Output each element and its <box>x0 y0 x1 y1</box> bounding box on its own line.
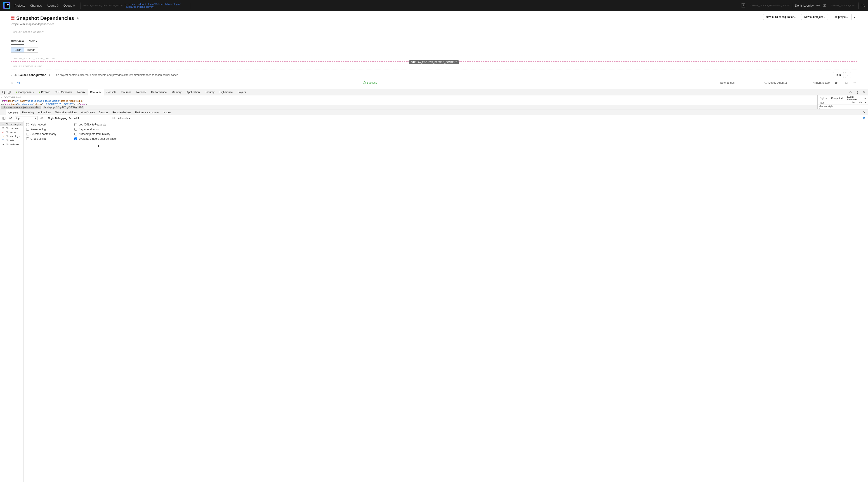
console-sidebar-info[interactable]: ⓘNo info <box>0 138 23 143</box>
tab-more[interactable]: More▾ <box>29 39 37 44</box>
nav-queue[interactable]: Queue0 <box>64 4 75 7</box>
run-button[interactable]: Run <box>833 72 844 78</box>
dom-html[interactable]: <html lang="en" class="ua-js ua-mac js-f… <box>1 99 816 103</box>
inspect-element-icon[interactable] <box>1 90 6 95</box>
devtools-menu-icon[interactable]: ⋮ <box>855 90 860 95</box>
styles-tab-styles[interactable]: Styles <box>817 95 829 100</box>
admin-gear-icon[interactable] <box>816 4 820 7</box>
drawer-tab-issues[interactable]: Issues <box>161 110 173 115</box>
build-agent[interactable]: Debug-Agent-2 <box>765 81 810 84</box>
favorite-star-icon[interactable]: ★ <box>76 16 79 21</box>
devtools-settings-icon[interactable]: ⚙ <box>848 90 853 95</box>
checkbox[interactable] <box>26 133 29 135</box>
subtab-trends[interactable]: Trends <box>24 47 38 53</box>
console-setting-autocomplete-from-history[interactable]: Autocomplete from history <box>74 132 117 135</box>
console-sidebar-err[interactable]: ⊘No errors <box>0 130 23 134</box>
styles-tab-event-listeners[interactable]: Event Listeners <box>845 95 862 100</box>
config-name[interactable]: Paused configuration <box>19 73 46 77</box>
new-subproject-button[interactable]: New subproject... <box>801 14 828 20</box>
devtools-tab-elements[interactable]: Elements <box>88 89 104 95</box>
header-user-menu[interactable]: Denis Lesnik▾ <box>795 4 813 7</box>
devtools-tab-redux[interactable]: Redux <box>75 89 88 95</box>
build-number[interactable]: #3 <box>17 81 20 84</box>
console-settings-icon[interactable]: ⚙ <box>862 116 867 121</box>
devtools-tab-security[interactable]: Security <box>203 89 217 95</box>
console-sidebar-bug[interactable]: ✱No verbose <box>0 143 23 147</box>
edit-project-dropdown[interactable]: ⌄ <box>851 14 857 20</box>
console-setting-log-xmlhttprequests[interactable]: Log XMLHttpRequests <box>74 123 117 126</box>
console-context-selector[interactable]: top▼ <box>15 116 37 120</box>
console-setting-evaluate-triggers-user-activation[interactable]: Evaluate triggers user activation <box>74 137 117 141</box>
checkbox[interactable] <box>74 128 77 131</box>
clear-filter-icon[interactable]: ⓧ <box>112 116 115 120</box>
devtools-tab-memory[interactable]: Memory <box>169 89 184 95</box>
breadcrumb-item[interactable]: body.pageBG.gt800.gt1000.gt1200 <box>43 106 84 109</box>
drawer-tab-what's-new[interactable]: What's New <box>79 110 97 115</box>
drawer-tab-remote-devices[interactable]: Remote devices <box>111 110 133 115</box>
live-expression-icon[interactable] <box>39 116 44 121</box>
checkbox[interactable] <box>26 138 29 140</box>
nav-changes[interactable]: Changes <box>30 4 42 7</box>
teamcity-logo[interactable] <box>3 1 11 9</box>
console-prompt[interactable]: › <box>26 143 865 147</box>
console-filter-input[interactable] <box>48 117 112 120</box>
config-more-button[interactable]: ... <box>845 72 851 78</box>
build-star-icon[interactable]: ☆ <box>11 81 13 84</box>
drawer-tab-performance-monitor[interactable]: Performance monitor <box>133 110 161 115</box>
console-levels-selector[interactable]: All levels ▼ <box>118 117 130 120</box>
console-sidebar-warn[interactable]: ▲No warnings <box>0 134 23 138</box>
expand-icon[interactable]: ⌄ <box>11 74 13 77</box>
tab-overview[interactable]: Overview <box>11 39 24 44</box>
help-icon[interactable] <box>823 4 826 7</box>
devtools-close-icon[interactable]: ✕ <box>862 90 867 95</box>
drawer-tab-sensors[interactable]: Sensors <box>97 110 110 115</box>
nav-agents[interactable]: Agents0 <box>47 4 59 7</box>
edit-project-button[interactable]: Edit project... <box>830 14 851 20</box>
styles-add-rule-icon[interactable]: + <box>864 101 867 104</box>
checkbox[interactable] <box>74 133 77 135</box>
devtools-tab-sources[interactable]: Sources <box>119 89 133 95</box>
config-overflow-icon[interactable]: ⋯ <box>852 73 857 77</box>
checkbox[interactable] <box>26 128 29 131</box>
styles-hov-toggle[interactable]: :hov <box>851 101 857 104</box>
console-sidebar-user[interactable]: ☰No user me… <box>0 126 23 130</box>
build-row[interactable]: ☆ #3 Success No changes Debug-Agent-2 4 … <box>11 80 857 87</box>
devtools-tab-components[interactable]: Components <box>13 89 36 95</box>
checkbox[interactable] <box>26 123 29 126</box>
devtools-tab-console[interactable]: Console <box>104 89 119 95</box>
checkbox[interactable] <box>74 123 77 126</box>
styles-cls-toggle[interactable]: .cls <box>858 101 863 104</box>
build-graph-icon[interactable]: ⬓ <box>844 81 849 84</box>
drawer-tab-network-conditions[interactable]: Network conditions <box>53 110 79 115</box>
console-setting-preserve-log[interactable]: Preserve log <box>26 128 56 131</box>
console-sidebar-toggle-icon[interactable] <box>1 116 6 121</box>
drawer-close-icon[interactable]: ✕ <box>862 110 867 115</box>
console-setting-group-similar[interactable]: Group similar <box>26 137 56 141</box>
console-setting-selected-context-only[interactable]: Selected context only <box>26 132 56 135</box>
breadcrumb-item[interactable]: html.ua-js.ua-mac.js-focus-visible <box>1 106 41 109</box>
devtools-tab-network[interactable]: Network <box>134 89 149 95</box>
drawer-tab-rendering[interactable]: Rendering <box>20 110 36 115</box>
drawer-menu-icon[interactable]: ⋮ <box>1 110 6 115</box>
device-toolbar-icon[interactable] <box>7 90 12 95</box>
console-setting-hide-network[interactable]: Hide network <box>26 123 56 126</box>
devtools-tab-performance[interactable]: Performance <box>149 89 169 95</box>
devtools-tab-layers[interactable]: Layers <box>236 89 248 95</box>
styles-tabs-more-icon[interactable]: » <box>862 95 868 100</box>
devtools-tab-lighthouse[interactable]: Lighthouse <box>217 89 235 95</box>
styles-filter-input[interactable] <box>818 101 850 104</box>
devtools-tab-css-overview[interactable]: CSS Overview <box>53 89 74 95</box>
build-overflow-icon[interactable]: ⋯ <box>852 81 857 84</box>
console-setting-eager-evaluation[interactable]: Eager evaluation <box>74 128 117 131</box>
new-build-config-button[interactable]: New build configuration... <box>763 14 800 20</box>
subtab-builds[interactable]: Builds <box>11 47 24 53</box>
drawer-tab-console[interactable]: Console <box>6 110 20 115</box>
devtools-tab-application[interactable]: Application <box>184 89 202 95</box>
search-icon[interactable] <box>861 3 865 7</box>
devtools-tab-profiler[interactable]: Profiler <box>36 89 52 95</box>
config-star-icon[interactable]: ★ <box>48 73 51 77</box>
drawer-tab-animations[interactable]: Animations <box>36 110 53 115</box>
header-notification-badge[interactable]: 2 <box>741 3 745 7</box>
styles-tab-computed[interactable]: Computed <box>829 95 845 100</box>
nav-projects[interactable]: Projects <box>14 4 25 7</box>
